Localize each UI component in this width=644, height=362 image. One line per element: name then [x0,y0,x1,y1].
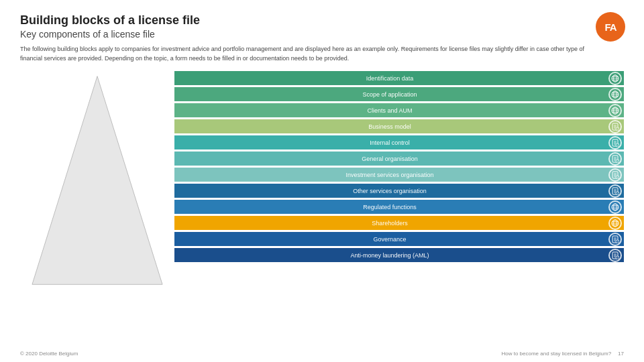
bar-label: Investment services organisation [174,172,605,178]
logo-text: FA [604,21,616,33]
bar-row: Governance ✓ [174,232,624,246]
bar-label: Internal control [174,139,605,146]
bar-label: General organisation [174,156,605,162]
bar-label: Anti-money laundering (AML) [174,252,605,259]
doc-icon: ✓ [608,152,622,166]
bar-row: Anti-money laundering (AML) ✓ [174,248,624,262]
svg-text:✓: ✓ [616,257,619,259]
bar-label: Shareholders [174,220,605,227]
bar-label: Other services organisation [174,188,605,194]
page: FA Building blocks of a license file Key… [0,0,644,362]
bar-row: Internal control ✓ [174,135,624,149]
svg-text:✓: ✓ [616,144,619,147]
bar-label: Clients and AUM [174,107,605,114]
bar-row: General organisation ✓ [174,152,624,166]
footer-nav-text: How to become and stay licensed in Belgi… [501,351,611,357]
triangle-container [20,70,174,291]
content-area: Identification data Scope of application… [20,70,624,291]
bar-row: Scope of application [174,87,624,101]
globe-icon [608,200,622,214]
doc-icon: ✓ [608,184,622,198]
bar-row: Investment services organisation ✓ [174,168,624,182]
footer-copyright: © 2020 Deloitte Belgium [20,351,78,357]
bar-row: Identification data [174,71,624,85]
svg-text:✓: ✓ [616,192,619,195]
doc-icon: ✓ [608,136,622,149]
bar-label: Scope of application [174,91,605,98]
svg-text:✓: ✓ [616,160,619,163]
footer-page-number: 17 [618,351,624,357]
doc-icon: ✓ [608,249,622,262]
bar-row: Regulated functions [174,200,624,214]
svg-marker-0 [32,76,162,285]
doc-icon: ✓ [608,168,622,182]
bar-row: Other services organisation ✓ [174,184,624,198]
footer: © 2020 Deloitte Belgium How to become an… [20,351,624,357]
globe-icon [608,217,622,230]
bar-row: Clients and AUM [174,103,624,117]
intro-text: The following building blocks apply to c… [20,45,597,63]
triangle-graphic [20,70,174,291]
logo: FA [596,12,625,42]
svg-text:✓: ✓ [616,241,619,243]
bar-row: Shareholders [174,216,624,230]
bar-label: Regulated functions [174,204,605,210]
globe-icon [608,104,622,117]
doc-icon: ✓ [608,120,622,133]
bars-container: Identification data Scope of application… [174,70,624,262]
footer-right: How to become and stay licensed in Belgi… [501,351,624,357]
bar-label: Governance [174,236,605,243]
doc-icon: ✓ [608,233,622,246]
svg-text:✓: ✓ [616,176,619,179]
bar-label: Business model [174,123,605,130]
page-subtitle: Key components of a license file [20,29,624,40]
svg-text:✓: ✓ [616,128,619,131]
globe-icon [608,72,622,85]
globe-icon [608,88,622,101]
page-title: Building blocks of a license file [20,13,624,27]
bar-row: Business model ✓ [174,119,624,133]
bar-label: Identification data [174,75,605,82]
